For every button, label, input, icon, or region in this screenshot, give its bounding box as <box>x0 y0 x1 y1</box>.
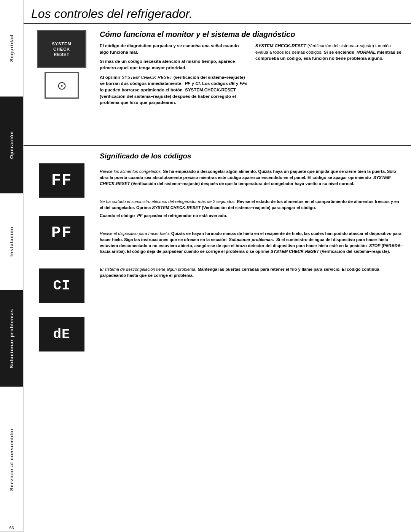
bottom-section-heading: Significado de los códigos <box>100 152 403 160</box>
code-pf: PF <box>39 216 84 250</box>
checkmark-button[interactable]: ⊙ <box>45 72 79 99</box>
ci-description: Revise el dispositivo para hacer hielo. … <box>100 231 403 257</box>
page-number: 66 <box>9 526 14 530</box>
main-content: Los controles del refrigerador. SYSTEM C… <box>24 0 411 532</box>
ci-text: Revise el dispositivo para hacer hielo. … <box>100 231 403 255</box>
sidebar-label-solucionar: Solucionar problemas <box>9 306 14 372</box>
top-right-col: SYSTEM CHECK-RESET (Verificación del sis… <box>255 43 403 109</box>
top-section: SYSTEM CHECK RESET ⊙ Cómo funciona el mo… <box>24 24 411 146</box>
de-text: El sistema de descongelación tiene algún… <box>100 267 403 279</box>
sidebar-label-operacion: Operación <box>9 128 14 162</box>
pf-description: Se ha cortado el suministro eléctrico de… <box>100 199 403 221</box>
button-line3: RESET <box>54 52 70 57</box>
top-right-p1: SYSTEM CHECK-RESET (Verificación del sis… <box>255 43 403 62</box>
top-left-col: El código de diagnóstico parpadea y se e… <box>100 43 248 109</box>
top-left-controls: SYSTEM CHECK RESET ⊙ <box>31 30 92 139</box>
top-section-heading: Cómo funciona el monitor y el sistema de… <box>100 30 403 39</box>
sidebar-section-instalacion: Instalación <box>0 193 23 290</box>
ff-text: Revise los alimentos congelados. Se ha e… <box>100 169 403 187</box>
code-ci: CI <box>39 268 84 303</box>
button-line2: CHECK <box>53 46 70 52</box>
button-line1: SYSTEM <box>52 41 71 46</box>
sidebar: Seguridad Operación Instalación Solucion… <box>0 0 24 532</box>
sidebar-label-servicio: Servicio al consumidor <box>9 425 14 494</box>
top-left-p1: El código de diagnóstico parpadea y se e… <box>100 43 248 55</box>
code-de: dE <box>39 317 84 351</box>
top-left-p3: Al oprimir SYSTEM CHECK-RESET (verificac… <box>100 74 248 106</box>
bottom-left-codes: FF PF CI dE <box>31 152 92 351</box>
sidebar-section-seguridad: Seguridad <box>0 0 23 97</box>
page-title: Los controles del refrigerador. <box>24 0 411 24</box>
system-check-reset-button[interactable]: SYSTEM CHECK RESET <box>37 30 86 68</box>
sidebar-section-solucionar: Solucionar problemas <box>0 290 23 387</box>
checkmark-icon: ⊙ <box>57 79 67 92</box>
pf-text1: Se ha cortado el suministro eléctrico de… <box>100 199 403 211</box>
sidebar-section-servicio: Servicio al consumidor 66 <box>0 387 23 532</box>
sidebar-label-instalacion: Instalación <box>9 224 14 260</box>
sidebar-label-seguridad: Seguridad <box>9 31 14 65</box>
sidebar-section-operacion: Operación <box>0 97 23 193</box>
pf-text2: Cuando el código PF parpadea el refriger… <box>100 213 403 219</box>
top-left-p2: Si más de un código necesita atención al… <box>100 58 248 71</box>
bottom-section: FF PF CI dE Significado de los códigos R… <box>24 146 411 358</box>
top-description: El código de diagnóstico parpadea y se e… <box>100 43 403 109</box>
bottom-right-content: Significado de los códigos Revise los al… <box>100 152 403 351</box>
de-description: El sistema de descongelación tiene algún… <box>100 267 403 281</box>
ff-description: Revise los alimentos congelados. Se ha e… <box>100 169 403 189</box>
code-ff: FF <box>39 163 84 198</box>
top-right-content: Cómo funciona el monitor y el sistema de… <box>100 30 403 139</box>
